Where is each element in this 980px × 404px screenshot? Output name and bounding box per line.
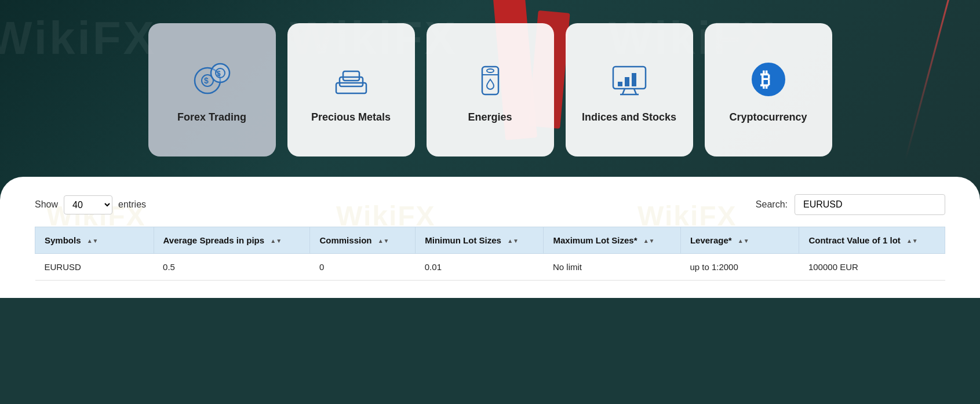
td-leverage: up to 1:2000: [680, 254, 799, 281]
svg-rect-6: [336, 83, 366, 93]
sort-arrows-leverage: ▲▼: [738, 238, 749, 244]
bottom-section: WikiFX WikiFX WikiFX Show 10 25 40 100 e…: [0, 177, 980, 298]
sort-arrows-contract: ▲▼: [906, 238, 918, 244]
sort-arrows-spreads: ▲▼: [270, 238, 282, 244]
precious-metals-icon: [328, 56, 374, 103]
table-row: EURUSD0.500.01No limitup to 1:2000100000…: [35, 254, 945, 281]
th-spreads[interactable]: Average Spreads in pips ▲▼: [154, 227, 310, 254]
svg-line-13: [622, 89, 625, 94]
data-table: Symbols ▲▼ Average Spreads in pips ▲▼ Co…: [35, 227, 945, 281]
sort-arrows-symbols: ▲▼: [87, 238, 99, 244]
sort-arrows-commission: ▲▼: [378, 238, 389, 244]
td-max_lot: No limit: [544, 254, 680, 281]
forex-label: Forex Trading: [177, 111, 246, 123]
precious-metals-label: Precious Metals: [311, 111, 391, 123]
svg-line-14: [634, 89, 636, 94]
td-min_lot: 0.01: [416, 254, 544, 281]
category-indices[interactable]: Indices and Stocks: [566, 23, 693, 156]
th-contract[interactable]: Contract Value of 1 lot ▲▼: [799, 227, 945, 254]
category-crypto[interactable]: ₿ Cryptocurrency: [705, 23, 832, 156]
entries-label: entries: [118, 199, 146, 210]
th-symbols[interactable]: Symbols ▲▼: [35, 227, 154, 254]
svg-rect-18: [632, 73, 636, 86]
forex-icon: $ $: [189, 56, 235, 103]
svg-text:₿: ₿: [760, 68, 770, 90]
energies-label: Energies: [468, 111, 512, 123]
category-forex[interactable]: $ $ Forex Trading: [148, 23, 276, 156]
search-label: Search:: [756, 199, 788, 210]
th-leverage[interactable]: Leverage* ▲▼: [680, 227, 799, 254]
th-max-lot[interactable]: Maximum Lot Sizes* ▲▼: [544, 227, 680, 254]
category-precious-metals[interactable]: Precious Metals: [287, 23, 415, 156]
td-commission: 0: [310, 254, 416, 281]
svg-rect-16: [618, 82, 622, 86]
category-energies[interactable]: Energies: [427, 23, 554, 156]
table-body: EURUSD0.500.01No limitup to 1:2000100000…: [35, 254, 945, 281]
show-entries-control: Show 10 25 40 100 entries: [35, 195, 146, 214]
th-min-lot[interactable]: Minimun Lot Sizes ▲▼: [416, 227, 544, 254]
indices-icon: [606, 56, 653, 103]
svg-rect-8: [343, 71, 359, 81]
svg-rect-17: [625, 77, 629, 86]
svg-text:$: $: [217, 70, 221, 78]
svg-point-11: [487, 69, 494, 72]
td-contract: 100000 EUR: [799, 254, 945, 281]
energies-icon: [467, 56, 513, 103]
sort-arrows-min-lot: ▲▼: [507, 238, 519, 244]
top-section: WikiFX WikiFX WikiFX $ $ Forex Trading: [0, 0, 980, 203]
sort-arrows-max-lot: ▲▼: [643, 238, 655, 244]
crypto-label: Cryptocurrency: [729, 111, 807, 123]
entries-select[interactable]: 10 25 40 100: [64, 195, 112, 214]
td-symbols: EURUSD: [35, 254, 154, 281]
th-commission[interactable]: Commission ▲▼: [310, 227, 416, 254]
table-header-row: Symbols ▲▼ Average Spreads in pips ▲▼ Co…: [35, 227, 945, 254]
category-tabs: $ $ Forex Trading Precious Metals: [35, 23, 945, 156]
search-row: Search:: [756, 194, 945, 215]
crypto-icon: ₿: [745, 56, 792, 103]
search-input[interactable]: [795, 194, 945, 215]
indices-label: Indices and Stocks: [582, 111, 676, 123]
td-spreads: 0.5: [154, 254, 310, 281]
controls-row: Show 10 25 40 100 entries Search:: [35, 194, 945, 215]
svg-text:$: $: [204, 76, 209, 85]
svg-rect-9: [482, 67, 498, 94]
show-label: Show: [35, 199, 58, 210]
